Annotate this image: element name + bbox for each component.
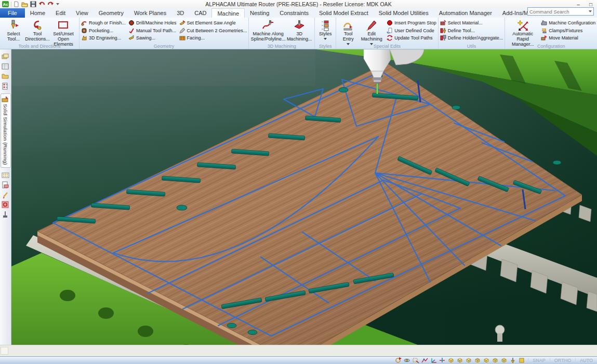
axes-xyz-icon[interactable] xyxy=(430,357,437,363)
tool-entry-button[interactable]: Tool Entry xyxy=(338,18,359,45)
define-holder-aggregate-button[interactable]: Define Holder/Aggregate... xyxy=(440,34,503,42)
tab-solid-model-utilities[interactable]: Solid Model Utilities xyxy=(374,8,434,18)
snap-toggle[interactable]: SNAP xyxy=(528,358,550,363)
tab-geometry[interactable]: Geometry xyxy=(94,8,129,18)
ortho-toggle[interactable]: ORTHO xyxy=(550,358,575,363)
clamps-fixtures-button[interactable]: Clamps/Fixtures xyxy=(541,27,595,35)
tab-edit[interactable]: Edit xyxy=(50,8,71,18)
view-cube-left-icon[interactable] xyxy=(474,357,481,363)
user-defined-code-icon xyxy=(387,28,393,34)
tool-list-icon[interactable] xyxy=(1,82,10,90)
tab-constraints[interactable]: Constraints xyxy=(274,8,314,18)
view-toolbar xyxy=(395,357,528,363)
customize-quick-access-dropdown-icon[interactable] xyxy=(56,3,59,5)
define-holder-icon xyxy=(440,35,446,41)
tab-automation-manager[interactable]: Automation Manager xyxy=(434,8,497,18)
save-button[interactable] xyxy=(30,1,36,7)
drill-machine-holes-button[interactable]: Drill/Machine Holes xyxy=(128,19,177,27)
command-search-input[interactable] xyxy=(528,9,589,15)
solid-simulation-tab[interactable]: Solid Simulation (Running) xyxy=(1,93,11,168)
select-material-button[interactable]: Select Material... xyxy=(440,19,503,27)
stop-simulation-icon[interactable] xyxy=(1,200,10,209)
insert-program-stop-button[interactable]: Insert Program Stop xyxy=(387,19,436,27)
select-tool-button[interactable]: Select Tool... xyxy=(2,18,25,42)
define-tool-button[interactable]: Define Tool... xyxy=(440,27,503,35)
layers-icon[interactable] xyxy=(1,52,10,61)
leveling-bolt xyxy=(495,325,505,334)
user-defined-code-button[interactable]: User Defined Code xyxy=(387,27,436,35)
undo-button[interactable] xyxy=(38,1,45,7)
group-utils: Select Material... Define Tool... Define… xyxy=(439,18,506,49)
tab-cad[interactable]: CAD xyxy=(189,8,211,18)
new-document-button[interactable] xyxy=(14,1,19,7)
tab-work-planes[interactable]: Work Planes xyxy=(129,8,171,18)
tool-directions-button[interactable]: Tool Directions... xyxy=(25,18,49,42)
move-material-button[interactable]: Move Material xyxy=(541,34,595,42)
orbit-view-icon[interactable] xyxy=(404,357,410,363)
move-material-icon xyxy=(541,35,547,41)
sawing-icon xyxy=(128,35,135,41)
edit-machining-button[interactable]: Edit Machining xyxy=(359,18,384,45)
view-cube-right-icon[interactable] xyxy=(483,357,490,363)
edit-machining-icon xyxy=(366,19,377,31)
alphacam-logo-icon: Ac xyxy=(2,1,9,7)
update-tool-paths-button[interactable]: Update Tool Paths xyxy=(387,34,436,42)
folder-icon[interactable] xyxy=(1,72,10,80)
redo-button[interactable] xyxy=(47,1,54,7)
set-element-saw-angle-button[interactable]: Set Element Saw Angle xyxy=(179,19,247,27)
select-material-icon xyxy=(440,20,446,26)
ribbon-tab-bar: File Home Edit View Geometry Work Planes… xyxy=(0,8,597,18)
view-cube-front-icon[interactable] xyxy=(457,357,463,363)
film-frames-icon[interactable] xyxy=(1,171,10,180)
maximize-button[interactable]: □ xyxy=(585,2,597,7)
tab-file[interactable]: File xyxy=(0,8,25,18)
machine-along-spline-button[interactable]: Machine Along Spline/Polyline... xyxy=(250,18,286,42)
material-swatch-icon[interactable] xyxy=(519,357,525,363)
view-cube-bottom-icon[interactable] xyxy=(501,357,508,363)
open-file-button[interactable] xyxy=(21,1,28,7)
tab-home[interactable]: Home xyxy=(25,8,50,18)
pocketing-button[interactable]: Pocketing... xyxy=(81,27,126,35)
facing-button[interactable]: Facing... xyxy=(179,34,247,42)
machine-configuration-button[interactable]: Machine Configuration xyxy=(541,19,595,27)
saw-angle-icon xyxy=(179,20,185,26)
horizontal-scrollbar[interactable] xyxy=(0,345,597,356)
vertex-snap-icon[interactable] xyxy=(421,357,428,363)
rough-or-finish-button[interactable]: Rough or Finish... xyxy=(81,19,126,27)
marker-pencil-icon[interactable] xyxy=(1,191,10,199)
view-cube-top-icon[interactable] xyxy=(492,357,499,363)
command-search-dropdown-icon[interactable] xyxy=(589,10,592,12)
clamp-post-icon[interactable] xyxy=(1,210,10,219)
zoom-window-icon[interactable] xyxy=(413,357,419,363)
engraving-3d-button[interactable]: 3D Engraving... xyxy=(81,34,126,42)
tool-down-icon[interactable] xyxy=(510,357,516,363)
viewport-3d[interactable] xyxy=(11,49,597,345)
sawing-button[interactable]: Sawing... xyxy=(128,34,177,42)
minimize-button[interactable]: – xyxy=(572,2,585,7)
group-geometry: Rough or Finish... Pocketing... 3D Engra… xyxy=(79,18,249,49)
axes-plan-icon[interactable] xyxy=(439,357,446,363)
styles-icon xyxy=(320,19,331,31)
view-cube-back-icon[interactable] xyxy=(466,357,472,363)
manual-tool-path-button[interactable]: Manual Tool Path... xyxy=(128,27,177,35)
rotate-view-icon[interactable] xyxy=(395,357,402,363)
machining-3d-button[interactable]: 3D Machining... xyxy=(286,18,313,42)
report-page-icon[interactable] xyxy=(1,181,10,190)
automatic-rapid-manager-button[interactable]: Automatic Rapid Manager... xyxy=(507,18,539,47)
program-stop-icon xyxy=(387,20,393,26)
cut-between-2-geometries-button[interactable]: Cut Between 2 Geometries... xyxy=(179,27,247,35)
tab-view[interactable]: View xyxy=(71,8,94,18)
sheet-table-icon[interactable] xyxy=(1,62,10,71)
manual-tool-path-icon xyxy=(128,28,135,34)
tab-3d[interactable]: 3D xyxy=(171,8,189,18)
view-cube-iso-icon[interactable] xyxy=(448,357,455,363)
auto-toggle[interactable]: AUTO xyxy=(575,358,597,363)
set-unset-open-elements-button[interactable]: Set/Unset Open Elements xyxy=(49,18,77,47)
viewport-3d-scene xyxy=(11,49,597,345)
scrollbar-corner-box[interactable] xyxy=(1,347,8,355)
tab-machine[interactable]: Machine xyxy=(211,8,245,18)
quick-access-toolbar: Ac xyxy=(0,1,59,7)
tab-nesting[interactable]: Nesting xyxy=(245,8,274,18)
styles-button[interactable]: Styles xyxy=(316,18,334,40)
tab-solid-model-extract[interactable]: Solid Model Extract xyxy=(314,8,374,18)
